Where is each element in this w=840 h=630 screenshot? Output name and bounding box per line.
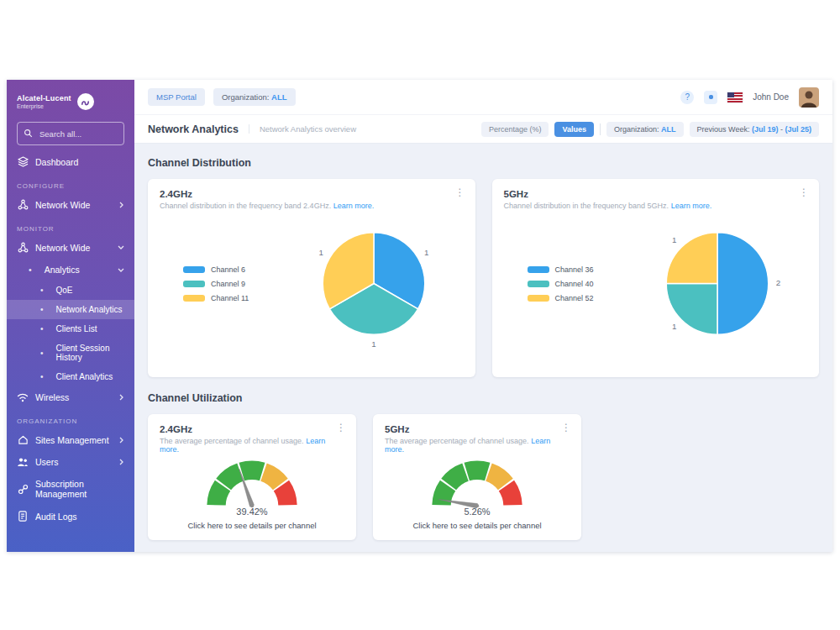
sidebar-section-organization: ORGANIZATION	[7, 408, 134, 428]
sidebar-item-label: Network Wide	[35, 200, 90, 210]
values-toggle-button[interactable]: Values	[554, 122, 594, 137]
card-title: 2.4GHz	[160, 189, 464, 199]
search-input[interactable]	[38, 129, 118, 139]
legend-item[interactable]: Channel 40	[528, 280, 628, 288]
card-description-text: Channel distribution in the frequency ba…	[504, 202, 669, 210]
chevron-right-icon	[118, 437, 124, 444]
pie-value-label: 1	[672, 235, 676, 244]
sidebar-item-network-wide-configure[interactable]: Network Wide	[7, 193, 134, 216]
dashboard-icon	[17, 156, 29, 167]
legend-swatch-icon	[183, 295, 205, 302]
kebab-menu-icon[interactable]: ⋮	[455, 187, 465, 197]
sidebar-item-audit-logs[interactable]: Audit Logs	[7, 505, 134, 528]
chevron-down-icon	[118, 244, 124, 250]
sidebar-item-qoe[interactable]: QoE	[7, 281, 134, 300]
sidebar-item-dashboard[interactable]: Dashboard	[7, 150, 134, 173]
sidebar-search[interactable]	[17, 122, 124, 145]
details-per-channel-link[interactable]: Click here to see details per channel	[187, 521, 316, 530]
legend-label: Channel 9	[211, 280, 245, 288]
search-icon	[24, 126, 33, 141]
kebab-menu-icon[interactable]: ⋮	[799, 187, 809, 197]
gauge-segment	[465, 461, 491, 481]
chevron-right-icon	[118, 202, 124, 208]
card-description-text: The average percentage of channel usage.	[385, 437, 529, 445]
learn-more-link[interactable]: Learn more.	[333, 202, 375, 210]
card-description: Channel distribution in the frequency ba…	[504, 202, 808, 210]
sidebar-item-clients-list[interactable]: Clients List	[7, 319, 134, 339]
legend-item[interactable]: Channel 52	[528, 294, 628, 302]
user-name: John Doe	[753, 92, 789, 102]
card-description-text: The average percentage of channel usage.	[160, 437, 304, 445]
week-end-date: (Jul 25)	[785, 125, 811, 134]
document-icon	[17, 511, 29, 522]
sidebar-item-label: Audit Logs	[35, 512, 77, 522]
utilization-card-row: 2.4GHz The average percentage of channel…	[148, 414, 819, 540]
week-label: Previous Week:	[697, 125, 750, 134]
sidebar-item-network-analytics[interactable]: Network Analytics	[7, 300, 134, 319]
card-channel-distribution-2-4ghz: 2.4GHz Channel distribution in the frequ…	[148, 179, 475, 377]
organization-filter-label: Organization:	[614, 125, 659, 134]
week-selector[interactable]: Previous Week: (Jul 19) - (Jul 25)	[690, 122, 819, 137]
sidebar-item-label: Subscription Management	[35, 479, 124, 499]
pie-value-label: 1	[371, 339, 375, 349]
page-title: Network Analytics	[148, 123, 239, 135]
section-title-channel-distribution: Channel Distribution	[148, 157, 819, 169]
avatar[interactable]	[799, 87, 819, 108]
msp-portal-button[interactable]: MSP Portal	[148, 88, 205, 106]
users-icon	[17, 457, 29, 467]
legend-swatch-icon	[183, 281, 205, 287]
sidebar-item-label: Users	[35, 457, 58, 467]
topbar-right: ? John Doe	[680, 87, 819, 108]
sidebar-item-sites-management[interactable]: Sites Management	[7, 428, 134, 451]
sidebar-item-users[interactable]: Users	[7, 451, 134, 473]
help-icon[interactable]: ?	[680, 91, 694, 104]
brand: Alcatel-Lucent Enterprise	[7, 88, 134, 113]
sidebar-item-client-analytics[interactable]: Client Analytics	[7, 367, 134, 386]
kebab-menu-icon[interactable]: ⋮	[561, 423, 571, 433]
pie-slice[interactable]	[717, 233, 769, 335]
gauge-chart-2-4ghz[interactable]	[188, 456, 316, 509]
home-icon	[17, 434, 29, 445]
main-area: MSP Portal Organization: ALL ? John Doe …	[134, 80, 832, 552]
page-subtitle: Network Analytics overview	[249, 124, 356, 134]
network-wide-icon	[17, 242, 29, 253]
pie-chart-5ghz[interactable]: 211	[635, 212, 800, 356]
card-channel-distribution-5ghz: 5GHz Channel distribution in the frequen…	[492, 179, 820, 377]
pie-legend: Channel 6Channel 9Channel 11	[183, 265, 284, 302]
legend-item[interactable]: Channel 6	[183, 265, 284, 274]
sidebar-section-configure: CONFIGURE	[7, 173, 134, 193]
pie-value-label: 2	[776, 278, 780, 287]
pie-chart-wrap: 111	[284, 212, 464, 356]
details-per-channel-link[interactable]: Click here to see details per channel	[412, 521, 541, 530]
legend-item[interactable]: Channel 9	[183, 280, 284, 288]
filter-bar: Percentage (%) Values Organization: ALL …	[481, 122, 819, 137]
sidebar-item-subscription-management[interactable]: Subscription Management	[7, 473, 134, 505]
legend-swatch-icon	[183, 266, 205, 273]
notification-icon[interactable]	[704, 91, 717, 104]
legend-swatch-icon	[528, 266, 549, 273]
card-channel-utilization-2-4ghz: 2.4GHz The average percentage of channel…	[148, 414, 356, 540]
organization-selector[interactable]: Organization: ALL	[213, 88, 296, 106]
sidebar-item-network-wide-monitor[interactable]: Network Wide	[7, 236, 134, 259]
sidebar-item-client-session-history[interactable]: Client Session History	[7, 339, 134, 367]
kebab-menu-icon[interactable]: ⋮	[336, 423, 346, 433]
gauge-chart-wrap: 5.26% Click here to see details per chan…	[385, 456, 570, 530]
brand-text: Alcatel-Lucent Enterprise	[17, 94, 71, 109]
legend-swatch-icon	[528, 295, 549, 302]
sidebar-item-analytics[interactable]: Analytics	[7, 259, 134, 281]
percentage-toggle-button[interactable]: Percentage (%)	[481, 122, 549, 137]
language-flag-icon[interactable]	[727, 92, 743, 102]
gauge-chart-5ghz[interactable]	[413, 456, 541, 509]
sidebar-item-wireless[interactable]: Wireless	[7, 386, 134, 408]
pie-chart-2-4ghz[interactable]: 111	[291, 212, 456, 356]
sidebar-item-label: Dashboard	[35, 157, 78, 167]
section-title-channel-utilization: Channel Utilization	[148, 392, 819, 404]
legend-item[interactable]: Channel 36	[528, 265, 628, 274]
sidebar-item-label: Clients List	[56, 324, 97, 333]
week-range-separator: -	[780, 125, 783, 134]
legend-item[interactable]: Channel 11	[183, 294, 284, 302]
chevron-down-icon	[118, 267, 124, 273]
card-channel-utilization-5ghz: 5GHz The average percentage of channel u…	[373, 414, 581, 540]
organization-filter[interactable]: Organization: ALL	[606, 122, 684, 137]
learn-more-link[interactable]: Learn more.	[671, 202, 712, 210]
